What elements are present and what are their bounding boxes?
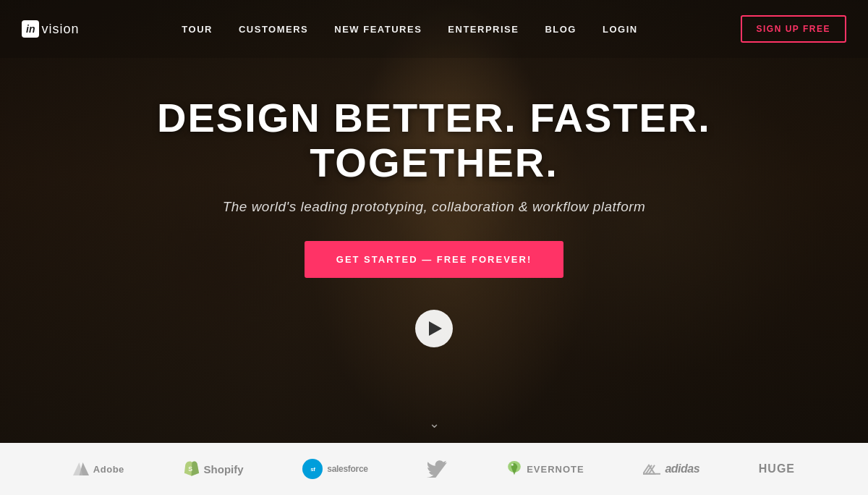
navbar: in vision TOUR CUSTOMERS NEW FEATURES EN…: [0, 0, 868, 58]
nav-link-customers[interactable]: CUSTOMERS: [239, 24, 308, 35]
logo[interactable]: in vision: [22, 20, 79, 38]
nav-item-tour[interactable]: TOUR: [182, 22, 213, 35]
play-button[interactable]: [415, 310, 453, 347]
brand-huge: HUGE: [759, 462, 795, 475]
brand-shopify: S Shopify: [184, 460, 244, 478]
nav-item-customers[interactable]: CUSTOMERS: [239, 22, 308, 35]
adobe-label: Adobe: [93, 464, 124, 475]
shopify-label: Shopify: [204, 463, 244, 475]
nav-item-blog[interactable]: BLOG: [545, 22, 576, 35]
logo-box: in: [22, 20, 39, 38]
shopify-icon: S: [184, 460, 200, 478]
evernote-label: EVERNOTE: [527, 464, 584, 475]
signup-button[interactable]: SIGN UP FREE: [741, 15, 846, 43]
twitter-icon: [427, 460, 447, 478]
nav-link-tour[interactable]: TOUR: [182, 24, 213, 35]
adidas-icon: [643, 462, 660, 476]
nav-link-blog[interactable]: BLOG: [545, 24, 576, 35]
nav-links: TOUR CUSTOMERS NEW FEATURES ENTERPRISE B…: [182, 22, 637, 35]
brand-adidas: adidas: [643, 462, 699, 476]
salesforce-label: salesforce: [327, 464, 367, 474]
logo-in: in: [26, 23, 35, 35]
huge-label: HUGE: [759, 462, 795, 475]
nav-item-login[interactable]: LOGIN: [603, 22, 638, 35]
hero-section: DESIGN BETTER. FASTER. TOGETHER. The wor…: [0, 0, 868, 443]
adobe-icon: [73, 462, 89, 475]
brand-salesforce: sf salesforce: [302, 459, 367, 479]
brand-adobe: Adobe: [73, 462, 124, 475]
hero-content: DESIGN BETTER. FASTER. TOGETHER. The wor…: [0, 96, 868, 347]
nav-link-login[interactable]: LOGIN: [603, 24, 638, 35]
brands-bar: Adobe S Shopify sf salesforce EVERNOTE: [0, 443, 868, 495]
scroll-down-icon[interactable]: ⌄: [429, 415, 440, 431]
hero-subheadline: The world's leading prototyping, collabo…: [29, 199, 839, 215]
cta-button[interactable]: GET STARTED — FREE FOREVER!: [305, 241, 563, 278]
nav-item-enterprise[interactable]: ENTERPRISE: [448, 22, 519, 35]
adidas-label: adidas: [665, 462, 699, 475]
logo-vision: vision: [41, 22, 79, 37]
brand-twitter: [427, 460, 447, 478]
nav-link-enterprise[interactable]: ENTERPRISE: [448, 24, 519, 35]
brand-evernote: EVERNOTE: [506, 460, 584, 478]
hero-headline: DESIGN BETTER. FASTER. TOGETHER.: [29, 96, 839, 185]
evernote-icon: [506, 460, 522, 478]
play-icon: [429, 321, 442, 336]
salesforce-icon: sf: [302, 459, 323, 479]
svg-text:S: S: [188, 465, 192, 473]
svg-point-2: [511, 464, 514, 466]
nav-link-new-features[interactable]: NEW FEATURES: [334, 24, 422, 35]
nav-item-new-features[interactable]: NEW FEATURES: [334, 22, 422, 35]
